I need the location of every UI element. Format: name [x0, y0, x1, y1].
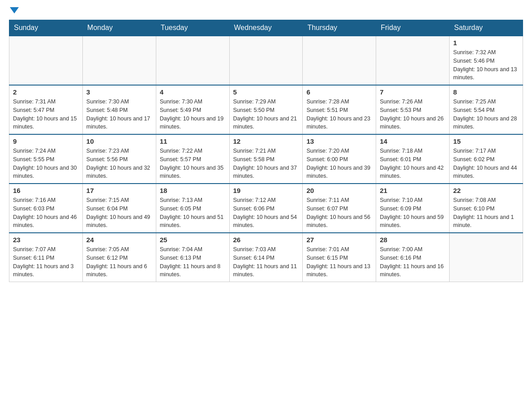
day-info: Sunrise: 7:08 AMSunset: 6:10 PMDaylight:… — [453, 196, 519, 230]
day-number: 2 — [13, 88, 79, 96]
day-info: Sunrise: 7:26 AMSunset: 5:53 PMDaylight:… — [380, 98, 446, 131]
day-number: 11 — [160, 137, 226, 145]
day-info: Sunrise: 7:16 AMSunset: 6:03 PMDaylight:… — [13, 196, 79, 230]
day-info: Sunrise: 7:04 AMSunset: 6:13 PMDaylight:… — [160, 245, 226, 279]
calendar-day-cell: 21Sunrise: 7:10 AMSunset: 6:09 PMDayligh… — [376, 184, 450, 233]
calendar-day-cell: 2Sunrise: 7:31 AMSunset: 5:47 PMDaylight… — [9, 85, 83, 134]
day-info: Sunrise: 7:30 AMSunset: 5:48 PMDaylight:… — [86, 98, 152, 131]
day-info: Sunrise: 7:32 AMSunset: 5:46 PMDaylight:… — [453, 48, 519, 82]
calendar-weekday-sunday: Sunday — [9, 20, 83, 36]
logo-arrow-icon — [10, 7, 19, 13]
calendar-week-row: 23Sunrise: 7:07 AMSunset: 6:11 PMDayligh… — [9, 233, 523, 282]
day-info: Sunrise: 7:31 AMSunset: 5:47 PMDaylight:… — [13, 98, 79, 131]
day-number: 15 — [453, 137, 519, 145]
day-info: Sunrise: 7:03 AMSunset: 6:14 PMDaylight:… — [233, 245, 299, 279]
calendar-day-cell: 10Sunrise: 7:23 AMSunset: 5:56 PMDayligh… — [82, 134, 156, 184]
calendar-day-cell: 24Sunrise: 7:05 AMSunset: 6:12 PMDayligh… — [82, 233, 156, 282]
calendar-day-cell: 4Sunrise: 7:30 AMSunset: 5:49 PMDaylight… — [156, 85, 229, 134]
day-number: 26 — [233, 236, 299, 244]
calendar-week-row: 1Sunrise: 7:32 AMSunset: 5:46 PMDaylight… — [9, 36, 523, 85]
day-info: Sunrise: 7:13 AMSunset: 6:05 PMDaylight:… — [160, 196, 226, 230]
day-info: Sunrise: 7:20 AMSunset: 6:00 PMDaylight:… — [306, 147, 372, 180]
day-number: 14 — [380, 137, 446, 145]
calendar-day-cell: 20Sunrise: 7:11 AMSunset: 6:07 PMDayligh… — [303, 184, 376, 233]
day-number: 8 — [453, 88, 519, 96]
calendar-day-cell: 8Sunrise: 7:25 AMSunset: 5:54 PMDaylight… — [450, 85, 523, 134]
calendar-day-cell: 18Sunrise: 7:13 AMSunset: 6:05 PMDayligh… — [156, 184, 229, 233]
calendar-weekday-tuesday: Tuesday — [156, 20, 229, 36]
day-info: Sunrise: 7:05 AMSunset: 6:12 PMDaylight:… — [86, 245, 152, 279]
page-header — [9, 9, 523, 15]
day-number: 9 — [13, 137, 79, 145]
day-info: Sunrise: 7:29 AMSunset: 5:50 PMDaylight:… — [233, 98, 299, 131]
calendar-weekday-saturday: Saturday — [450, 20, 523, 36]
calendar-day-cell — [82, 36, 156, 85]
day-info: Sunrise: 7:18 AMSunset: 6:01 PMDaylight:… — [380, 147, 446, 180]
calendar-day-cell: 12Sunrise: 7:21 AMSunset: 5:58 PMDayligh… — [229, 134, 303, 184]
calendar-day-cell: 15Sunrise: 7:17 AMSunset: 6:02 PMDayligh… — [450, 134, 523, 184]
day-number: 16 — [13, 187, 79, 194]
day-info: Sunrise: 7:30 AMSunset: 5:49 PMDaylight:… — [160, 98, 226, 131]
day-info: Sunrise: 7:21 AMSunset: 5:58 PMDaylight:… — [233, 147, 299, 180]
day-number: 10 — [86, 137, 152, 145]
calendar-day-cell — [303, 36, 376, 85]
calendar-day-cell: 14Sunrise: 7:18 AMSunset: 6:01 PMDayligh… — [376, 134, 450, 184]
calendar-weekday-thursday: Thursday — [303, 20, 376, 36]
day-number: 1 — [453, 39, 519, 47]
logo — [9, 9, 19, 15]
calendar-week-row: 2Sunrise: 7:31 AMSunset: 5:47 PMDaylight… — [9, 85, 523, 134]
day-info: Sunrise: 7:17 AMSunset: 6:02 PMDaylight:… — [453, 147, 519, 180]
day-info: Sunrise: 7:28 AMSunset: 5:51 PMDaylight:… — [306, 98, 372, 131]
day-info: Sunrise: 7:07 AMSunset: 6:11 PMDaylight:… — [13, 245, 79, 279]
day-number: 19 — [233, 187, 299, 194]
calendar-day-cell: 25Sunrise: 7:04 AMSunset: 6:13 PMDayligh… — [156, 233, 229, 282]
calendar-day-cell: 28Sunrise: 7:00 AMSunset: 6:16 PMDayligh… — [376, 233, 450, 282]
calendar-day-cell: 1Sunrise: 7:32 AMSunset: 5:46 PMDaylight… — [450, 36, 523, 85]
calendar-day-cell: 26Sunrise: 7:03 AMSunset: 6:14 PMDayligh… — [229, 233, 303, 282]
day-number: 23 — [13, 236, 79, 244]
calendar-header-row: SundayMondayTuesdayWednesdayThursdayFrid… — [9, 20, 523, 36]
day-number: 20 — [306, 187, 372, 194]
day-info: Sunrise: 7:12 AMSunset: 6:06 PMDaylight:… — [233, 196, 299, 230]
day-info: Sunrise: 7:10 AMSunset: 6:09 PMDaylight:… — [380, 196, 446, 230]
day-number: 22 — [453, 187, 519, 194]
day-number: 25 — [160, 236, 226, 244]
day-number: 18 — [160, 187, 226, 194]
day-number: 6 — [306, 88, 372, 96]
calendar-day-cell: 6Sunrise: 7:28 AMSunset: 5:51 PMDaylight… — [303, 85, 376, 134]
calendar-week-row: 16Sunrise: 7:16 AMSunset: 6:03 PMDayligh… — [9, 184, 523, 233]
calendar-week-row: 9Sunrise: 7:24 AMSunset: 5:55 PMDaylight… — [9, 134, 523, 184]
calendar-day-cell: 9Sunrise: 7:24 AMSunset: 5:55 PMDaylight… — [9, 134, 83, 184]
day-info: Sunrise: 7:01 AMSunset: 6:15 PMDaylight:… — [306, 245, 372, 279]
calendar-day-cell — [229, 36, 303, 85]
calendar-day-cell: 5Sunrise: 7:29 AMSunset: 5:50 PMDaylight… — [229, 85, 303, 134]
calendar-day-cell — [450, 233, 523, 282]
calendar-day-cell — [9, 36, 83, 85]
day-info: Sunrise: 7:25 AMSunset: 5:54 PMDaylight:… — [453, 98, 519, 131]
day-number: 3 — [86, 88, 152, 96]
day-number: 28 — [380, 236, 446, 244]
calendar-day-cell: 22Sunrise: 7:08 AMSunset: 6:10 PMDayligh… — [450, 184, 523, 233]
calendar-day-cell — [376, 36, 450, 85]
calendar-day-cell: 11Sunrise: 7:22 AMSunset: 5:57 PMDayligh… — [156, 134, 229, 184]
calendar-day-cell: 27Sunrise: 7:01 AMSunset: 6:15 PMDayligh… — [303, 233, 376, 282]
day-info: Sunrise: 7:24 AMSunset: 5:55 PMDaylight:… — [13, 147, 79, 180]
day-number: 7 — [380, 88, 446, 96]
calendar-day-cell: 19Sunrise: 7:12 AMSunset: 6:06 PMDayligh… — [229, 184, 303, 233]
day-info: Sunrise: 7:11 AMSunset: 6:07 PMDaylight:… — [306, 196, 372, 230]
day-number: 4 — [160, 88, 226, 96]
calendar-weekday-monday: Monday — [82, 20, 156, 36]
day-info: Sunrise: 7:15 AMSunset: 6:04 PMDaylight:… — [86, 196, 152, 230]
calendar-day-cell: 16Sunrise: 7:16 AMSunset: 6:03 PMDayligh… — [9, 184, 83, 233]
day-number: 27 — [306, 236, 372, 244]
calendar-day-cell: 3Sunrise: 7:30 AMSunset: 5:48 PMDaylight… — [82, 85, 156, 134]
calendar-day-cell: 7Sunrise: 7:26 AMSunset: 5:53 PMDaylight… — [376, 85, 450, 134]
day-number: 17 — [86, 187, 152, 194]
day-info: Sunrise: 7:23 AMSunset: 5:56 PMDaylight:… — [86, 147, 152, 180]
calendar-day-cell: 13Sunrise: 7:20 AMSunset: 6:00 PMDayligh… — [303, 134, 376, 184]
calendar-day-cell: 23Sunrise: 7:07 AMSunset: 6:11 PMDayligh… — [9, 233, 83, 282]
day-info: Sunrise: 7:22 AMSunset: 5:57 PMDaylight:… — [160, 147, 226, 180]
calendar-weekday-wednesday: Wednesday — [229, 20, 303, 36]
day-number: 5 — [233, 88, 299, 96]
calendar-table: SundayMondayTuesdayWednesdayThursdayFrid… — [9, 20, 523, 282]
